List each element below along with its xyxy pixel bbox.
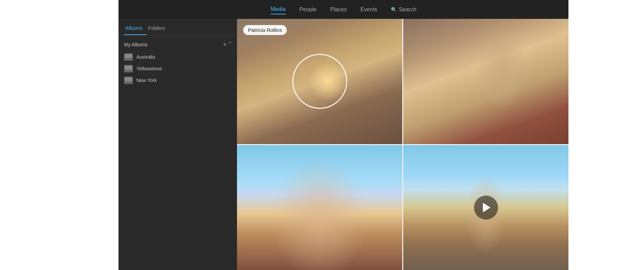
album-label-new-york: New York [136,78,157,83]
search-icon: 🔍 [391,7,397,12]
photo-cell-couple[interactable] [403,19,568,144]
album-label-yellowstone: Yellowstone [136,66,162,71]
nav-media[interactable]: Media [271,5,286,14]
photo-couple-bg [403,19,568,144]
album-label-australia: Australia [136,54,155,60]
nav-search[interactable]: 🔍 Search [391,7,416,13]
photo-grid: Patricia Rollins [237,19,568,270]
nav-events[interactable]: Events [360,5,377,14]
play-icon [483,203,490,212]
person-tag[interactable]: Patricia Rollins [243,25,287,35]
main-content: Albums Folders My Albums + ˅ Australia Y… [118,19,568,270]
tab-folders[interactable]: Folders [147,23,169,35]
my-albums-header: My Albums + ˅ [118,35,237,51]
sidebar: Albums Folders My Albums + ˅ Australia Y… [118,19,237,270]
album-item-new-york[interactable]: New York [118,74,237,86]
nav-places[interactable]: Places [330,5,347,14]
sidebar-tabs: Albums Folders [118,19,237,35]
nav-search-label: Search [399,7,416,13]
nav-people[interactable]: People [300,5,317,14]
photo-cell-woman-car[interactable]: Patricia Rollins [237,19,402,144]
tab-albums[interactable]: Albums [124,23,147,35]
add-album-button[interactable]: + ˅ [223,41,231,48]
album-thumb-australia [124,53,133,61]
album-thumb-new-york [124,77,133,84]
photo-two-women-bg [237,145,402,270]
person-circle [292,54,347,109]
app-window: Media People Places Events 🔍 Search Albu… [118,0,568,270]
photo-cell-two-women[interactable] [237,145,402,270]
top-nav: Media People Places Events 🔍 Search [118,0,568,19]
left-edge [0,0,118,270]
play-button[interactable] [474,196,498,220]
album-item-australia[interactable]: Australia [118,51,237,63]
photo-cell-video[interactable] [403,145,568,270]
album-thumb-yellowstone [124,65,133,72]
album-item-yellowstone[interactable]: Yellowstone [118,63,237,74]
right-edge [568,0,644,270]
my-albums-label: My Albums [124,42,147,47]
